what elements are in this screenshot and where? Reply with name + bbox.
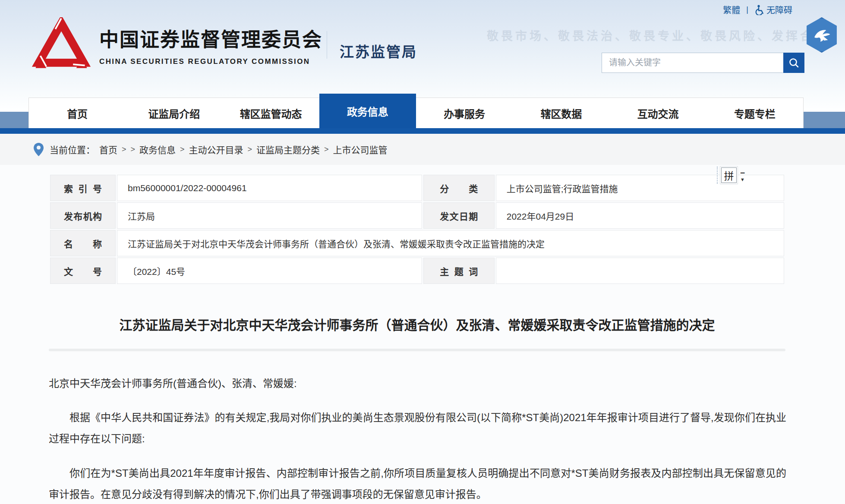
meta-value: bm56000001/2022-00004961 [117,175,422,201]
breadcrumb-link[interactable]: 首页 [99,143,117,156]
csrc-logo-icon [28,17,94,72]
nav-item[interactable]: 互动交流 [610,98,706,128]
breadcrumb-separator: > [248,145,252,154]
brand-text: 中国证券监督管理委员会 CHINA SECURITIES REGULATORY … [99,24,322,66]
meta-label: 发布机构 [50,202,116,229]
wheelchair-icon [754,5,764,15]
main-content: 拼 − ▼ 索引号bm56000001/2022-00004961分类上市公司监… [28,173,804,504]
document-meta-table: 索引号bm56000001/2022-00004961分类上市公司监管;行政监管… [49,173,785,285]
article-paragraph: 你们在为*ST美尚出具2021年年度审计报告、内部控制审计报告之前,你所项目质量… [49,463,786,504]
topbar-divider: | [746,5,748,14]
bureau-name: 江苏监管局 [340,41,417,61]
article-title: 江苏证监局关于对北京中天华茂会计师事务所（普通合伙）及张清、常媛媛采取责令改正监… [49,315,785,335]
nav-item[interactable]: 证监局介绍 [126,98,222,128]
article-paragraph: 根据《中华人民共和国证券法》的有关规定,我局对你们执业的美尚生态景观股份有限公司… [49,407,786,449]
nav-item[interactable]: 辖区监管动态 [223,98,319,128]
meta-value: 2022年04月29日 [496,202,784,229]
nav-bottom-strip [0,128,845,134]
meta-label: 发文日期 [423,202,495,229]
meta-label: 分类 [423,175,495,201]
nav-item[interactable]: 辖区数据 [513,98,609,128]
search-input[interactable] [602,53,783,73]
breadcrumb-bar: 当前位置： 首页>>政务信息>主动公开目录>证监局主题分类>上市公司监管 [0,134,845,165]
location-pin-icon [34,143,44,156]
pinyin-icon[interactable]: 拼 [721,167,737,183]
meta-value: 江苏证监局关于对北京中天华茂会计师事务所（普通合伙）及张清、常媛媛采取责令改正监… [117,230,784,256]
pinyin-reader-widget[interactable]: 拼 − ▼ [717,167,745,184]
nav-item[interactable]: 政务信息 [319,94,416,128]
traditional-chinese-link[interactable]: 繁體 [723,3,740,16]
article-body: 北京中天华茂会计师事务所(普通合伙)、张清、常媛媛:根据《中华人民共和国证券法》… [49,373,786,504]
nav-zone: 首页证监局介绍辖区监管动态政务信息办事服务辖区数据互动交流专题专栏 [0,92,845,134]
accessibility-link[interactable]: 无障碍 [754,3,792,16]
dove-icon [810,24,833,46]
breadcrumb-prefix: 当前位置： [50,143,95,156]
breadcrumb-link[interactable]: 主动公开目录 [189,143,243,156]
breadcrumb-separator: > [324,145,329,154]
meta-table-row: 发布机构江苏局发文日期2022年04月29日 [50,202,784,229]
meta-table-body: 索引号bm56000001/2022-00004961分类上市公司监管;行政监管… [50,175,784,284]
meta-table-row: 文号〔2022〕45号主题词 [50,258,784,284]
meta-value: 〔2022〕45号 [117,258,422,284]
site-header: 繁體 | 无障碍 敬畏市场、敬畏法治、敬畏专业、敬畏风险、发挥合力 [0,0,845,134]
pinyin-dotted-divider [717,167,718,184]
accessibility-label: 无障碍 [766,3,792,16]
meta-label: 文号 [50,258,116,284]
breadcrumb-link[interactable]: 政务信息 [139,143,176,156]
nav-item[interactable]: 办事服务 [416,98,513,128]
page: 繁體 | 无障碍 敬畏市场、敬畏法治、敬畏专业、敬畏风险、发挥合力 [0,0,845,504]
meta-label: 主题词 [423,258,495,284]
topbar: 繁體 | 无障碍 [723,3,792,16]
meta-value [496,258,784,284]
article-paragraph: 北京中天华茂会计师事务所(普通合伙)、张清、常媛媛: [49,373,786,394]
breadcrumb-link[interactable]: 上市公司监管 [333,143,388,156]
title-divider [49,349,785,351]
pinyin-toggle-icon[interactable]: − ▼ [740,169,745,182]
org-name-en: CHINA SECURITIES REGULATORY COMMISSION [99,57,322,66]
nav-item[interactable]: 专题专栏 [706,98,803,128]
breadcrumb-separator: > [131,145,136,154]
search-button[interactable] [783,53,804,73]
meta-table-row: 索引号bm56000001/2022-00004961分类上市公司监管;行政监管… [50,175,784,201]
breadcrumb-separator: > [180,145,185,154]
search-icon [788,57,800,69]
dove-badge[interactable] [805,17,838,53]
nav-item[interactable]: 首页 [29,98,126,128]
nav-bar: 首页证监局介绍辖区监管动态政务信息办事服务辖区数据互动交流专题专栏 [28,98,804,128]
org-name-cn: 中国证券监督管理委员会 [99,24,322,52]
meta-label: 名称 [50,230,116,256]
header-watermark: 敬畏市场、敬畏法治、敬畏专业、敬畏风险、发挥合力 [487,27,829,44]
meta-table-row: 名称江苏证监局关于对北京中天华茂会计师事务所（普通合伙）及张清、常媛媛采取责令改… [50,230,784,256]
breadcrumb: 当前位置： 首页>>政务信息>主动公开目录>证监局主题分类>上市公司监管 [50,143,388,156]
search-box [602,53,804,73]
meta-label: 索引号 [50,175,116,201]
brand-divider [327,31,327,59]
meta-value: 江苏局 [117,202,422,229]
breadcrumb-link[interactable]: 证监局主题分类 [256,143,320,156]
breadcrumb-separator: > [122,145,126,154]
